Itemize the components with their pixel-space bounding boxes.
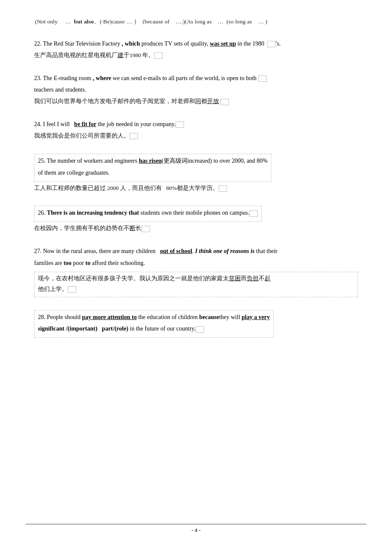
q23-translation: 我们可以向世界每个地方发电子邮件的电子阅览室，对老师和同都开放 [34,97,358,106]
page-number: - 4 - [191,527,201,533]
q24-text: 24. I feel I will be fit for the job nee… [34,119,358,129]
q27-trans-box [68,286,76,293]
q28-mid: the education of children [137,314,199,320]
q26-text: 26. There is an increasing tendency that… [38,208,258,218]
q22-verb: was set up [210,40,236,47]
q22-blank [267,41,276,47]
header-text: (Not only … but also、(·Be)cause … ） (bec… [35,18,267,25]
q22-trans-box [154,52,163,59]
question-27: 27. Now in the rural areas, there are ma… [34,246,358,297]
question-26: 26. There is an increasing tendency that… [34,206,358,233]
q28-text-line1: 28. People should pay more attention to … [38,312,270,322]
q27-to: to [86,260,91,266]
page-number-line: - 4 - [26,524,366,534]
q28-mid2: they will [219,314,242,320]
q23-blank [258,75,267,82]
q23-trans-box [220,99,229,105]
q28-blank [196,326,204,333]
question-23: 23. The E-reading room , where we can se… [34,73,358,107]
q27-text-line1: 27. Now in the rural areas, there are ma… [34,246,358,256]
header-line: (Not only … but also、(·Be)cause … ） (bec… [34,17,358,27]
q28-end: in the future of our country. [128,325,196,332]
q27-key2: I think one of reasons is [195,248,255,254]
q24-number: 24. I feel I will [34,121,74,127]
q26-translation: 在校园内，学生拥有手机的趋势在不断长 [34,224,358,233]
q25-translation: 工人和工程师的数量已超过 2000 人，而且他们有 80%都是大学学历。 [34,184,358,193]
q23-where: , where [93,75,111,81]
q28-text-line2: significant /(important) part/(role) in … [38,324,270,334]
q28-key3: significant /(important) part/(role) [38,325,128,332]
q27-text-line2: families are too poor to afford their sc… [34,258,358,268]
q22-number: 22. The Red Star Television Factory [34,40,122,47]
q23-mid: we can send e-mails to all parts of the … [111,75,257,81]
q24-key: be fit for [74,121,96,127]
q27-line2-start: families are [34,260,63,266]
question-25: 25. The number of workers and engineers … [34,154,358,193]
q28-key1: pay more attention to [82,314,136,320]
q27-key1: out of school [160,248,192,254]
q25-trans-box [219,185,227,192]
q22-mid: produces TV sets of quality, [140,40,210,47]
q26-number: 26. [38,210,47,216]
q24-translation: 我感觉我会是你们公司所需要的人。 [34,131,358,141]
q22-end: in the 1980 [236,40,265,47]
q27-line2-mid: poor [72,260,86,266]
q26-key: There is an increasing tendency that [47,210,139,216]
q25-line2: of them are college graduates. [38,170,110,176]
q27-too: too [63,260,72,266]
q27-period: . [192,248,195,254]
q23-text-line2: teachers and students. [34,85,358,95]
q27-line2-end: afford their schooling. [90,260,145,266]
q27-number: 27. Now in the rural areas, there are ma… [34,248,160,254]
q27-translation-line2: 他们上学。 [38,285,354,294]
q28-number: 28. People should [38,314,82,320]
q27-translation-line1: 现今，在农村地区还有很多孩子失学。我认为原因之一就是他们的家庭太贫困而负担不起 [38,274,354,284]
q22-text: 22. The Red Star Television Factory , wh… [34,39,358,49]
q24-end: the job needed in your company. [96,121,176,127]
q25-text-line1: 25. The number of workers and engineers … [38,156,268,166]
q22-which: , which [122,40,140,47]
q25-number: 25. The number of workers and engineers [38,158,139,164]
q22-apostrophe [264,40,267,47]
q23-number: 23. The E-reading room [34,75,93,81]
q24-trans-box [130,133,138,139]
q24-blank [176,121,184,128]
question-28: 28. People should pay more attention to … [34,310,358,338]
q27-end: that their [255,248,278,254]
q22-translation: 生产高品质电视的红星电视机厂建于1980 年。 [34,51,358,60]
q26-end: students own their mobile phones on camp… [139,210,249,216]
q23-line2: teachers and students. [34,86,86,93]
q22-s: 's. [276,40,280,47]
q26-trans-box [141,226,150,232]
q26-blank [249,210,258,217]
q28-because: because [199,314,219,320]
q28-key2: play a very [242,314,270,320]
q23-text-line1: 23. The E-reading room , where we can se… [34,73,358,83]
question-22: 22. The Red Star Television Factory , wh… [34,39,358,60]
q25-key: has risen [139,158,161,164]
q25-text-line2: of them are college graduates. [38,168,268,178]
question-24: 24. I feel I will be fit for the job nee… [34,119,358,141]
q25-mid: (更高级词increased) to over 2000, and 80% [161,158,268,164]
